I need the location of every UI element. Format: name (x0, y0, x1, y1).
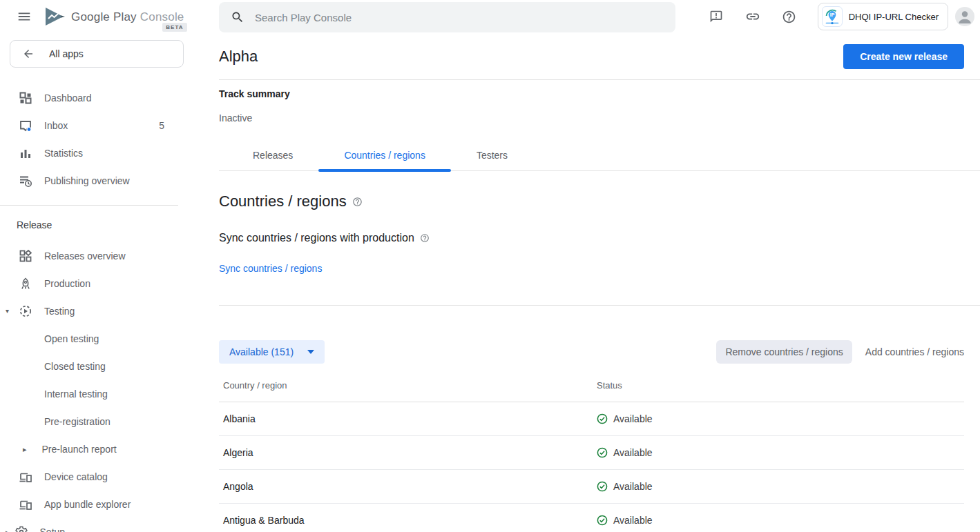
svg-text:IP: IP (829, 12, 834, 17)
beta-badge: BETA (162, 23, 186, 32)
table-row[interactable]: Angola Available (219, 470, 964, 504)
search-icon (231, 10, 244, 24)
sidebar-item-production[interactable]: Production (0, 270, 193, 297)
sync-heading: Sync countries / regions with production (219, 232, 414, 244)
inbox-icon (19, 119, 32, 132)
sidebar-item-device-catalog[interactable]: Device catalog (0, 463, 193, 491)
sidebar-divider (0, 205, 178, 206)
sidebar-header: Google Play Console BETA (0, 0, 193, 33)
remove-countries-button[interactable]: Remove countries / regions (716, 340, 852, 364)
dropdown-caret-icon (307, 350, 314, 354)
production-rocket-icon (19, 277, 32, 290)
status-label: Available (613, 481, 653, 492)
app-bundle-explorer-icon (19, 498, 32, 511)
play-console-app: Google Play Console BETA All apps Dashbo… (0, 0, 980, 532)
add-countries-button[interactable]: Add countries / regions (865, 346, 964, 357)
play-console-logo-icon (44, 8, 65, 26)
tab-releases[interactable]: Releases (227, 150, 318, 170)
sidebar-item-testing[interactable]: ▾ Testing (0, 297, 193, 325)
country-name: Algeria (219, 447, 597, 458)
available-check-icon (597, 515, 608, 526)
availability-filter-dropdown[interactable]: Available (151) (219, 340, 325, 364)
divider (219, 305, 980, 306)
app-icon: IP (822, 6, 843, 27)
country-name: Albania (219, 413, 597, 424)
status-label: Available (613, 515, 653, 526)
table-header-row: Country / region Status (219, 380, 964, 402)
track-tabs: Releases Countries / regions Testers (219, 150, 964, 170)
sync-countries-link[interactable]: Sync countries / regions (219, 263, 322, 274)
country-name: Antigua & Barbuda (219, 515, 597, 526)
table-row[interactable]: Algeria Available (219, 436, 964, 470)
topbar-icons: IP DHQI IP-URL Checker (708, 3, 974, 30)
main-area: IP DHQI IP-URL Checker Alpha Create new … (193, 0, 980, 532)
page-content: Alpha Create new release Track summary I… (193, 43, 980, 532)
testing-icon (19, 305, 32, 317)
help-circle-icon[interactable] (352, 197, 363, 207)
countries-regions-heading: Countries / regions (219, 193, 347, 210)
track-status: Inactive (219, 112, 964, 124)
hamburger-menu-icon[interactable] (17, 9, 32, 24)
page-title: Alpha (219, 48, 258, 66)
current-app-selector[interactable]: IP DHQI IP-URL Checker (818, 3, 948, 30)
page-header: Alpha Create new release (219, 43, 964, 70)
device-catalog-icon (19, 471, 32, 483)
available-check-icon (597, 447, 608, 458)
statistics-icon (19, 147, 32, 159)
sidebar-section-release: Release (17, 219, 193, 233)
sidebar-item-statistics[interactable]: Statistics (0, 139, 193, 167)
tab-testers[interactable]: Testers (451, 150, 533, 170)
releases-overview-icon (19, 250, 32, 262)
publishing-overview-icon (19, 175, 32, 187)
sidebar-item-open-testing[interactable]: Open testing (0, 325, 193, 353)
sidebar-nav: Dashboard Inbox 5 Statistics Publishing (0, 84, 193, 532)
app-name: DHQI IP-URL Checker (849, 12, 939, 22)
sidebar: Google Play Console BETA All apps Dashbo… (0, 0, 193, 532)
country-name: Angola (219, 481, 597, 492)
available-check-icon (597, 481, 608, 492)
play-console-logo[interactable]: Google Play Console BETA (44, 8, 184, 26)
sidebar-item-releases-overview[interactable]: Releases overview (0, 242, 193, 270)
countries-table: Country / region Status Albania Availabl… (219, 380, 964, 532)
column-header-status: Status (597, 380, 964, 391)
help-circle-icon[interactable] (420, 233, 430, 243)
dashboard-icon (19, 92, 32, 104)
logo-text: Google Play Console (71, 10, 184, 24)
table-row[interactable]: Albania Available (219, 402, 964, 436)
search-box[interactable] (219, 2, 675, 32)
column-header-country: Country / region (219, 380, 597, 391)
all-apps-button[interactable]: All apps (10, 40, 184, 68)
track-summary-label: Track summary (219, 88, 964, 99)
tab-countries-regions[interactable]: Countries / regions (318, 150, 451, 170)
create-new-release-button[interactable]: Create new release (843, 44, 964, 69)
sidebar-item-inbox[interactable]: Inbox 5 (0, 112, 193, 139)
help-icon[interactable] (781, 8, 798, 25)
divider (219, 79, 980, 80)
sidebar-item-setup[interactable]: ▸ Setup (0, 518, 193, 532)
setup-expand-caret-icon[interactable]: ▸ (6, 528, 10, 532)
sidebar-item-publishing-overview[interactable]: Publishing overview (0, 167, 193, 195)
testing-collapse-caret-icon[interactable]: ▾ (6, 306, 12, 313)
search-input[interactable] (255, 12, 642, 23)
account-avatar[interactable] (955, 7, 974, 26)
back-arrow-icon (22, 48, 35, 60)
sidebar-item-pre-launch-report[interactable]: ▸ Pre-launch report (0, 435, 193, 463)
sidebar-item-dashboard[interactable]: Dashboard (0, 84, 193, 112)
table-row[interactable]: Antigua & Barbuda Available (219, 504, 964, 532)
status-label: Available (613, 447, 653, 458)
status-label: Available (613, 413, 653, 424)
sidebar-item-internal-testing[interactable]: Internal testing (0, 380, 193, 408)
sidebar-item-pre-registration[interactable]: Pre-registration (0, 408, 193, 435)
topbar: IP DHQI IP-URL Checker (193, 0, 980, 33)
link-icon[interactable] (744, 8, 761, 25)
pre-launch-expand-caret-icon[interactable]: ▸ (23, 445, 27, 454)
feedback-icon[interactable] (708, 8, 724, 25)
sidebar-item-app-bundle-explorer[interactable]: App bundle explorer (0, 491, 193, 518)
table-controls: Available (151) Remove countries / regio… (219, 340, 964, 364)
available-check-icon (597, 413, 608, 424)
sidebar-item-closed-testing[interactable]: Closed testing (0, 353, 193, 380)
inbox-count-badge: 5 (159, 120, 164, 131)
setup-gear-icon (15, 526, 28, 532)
